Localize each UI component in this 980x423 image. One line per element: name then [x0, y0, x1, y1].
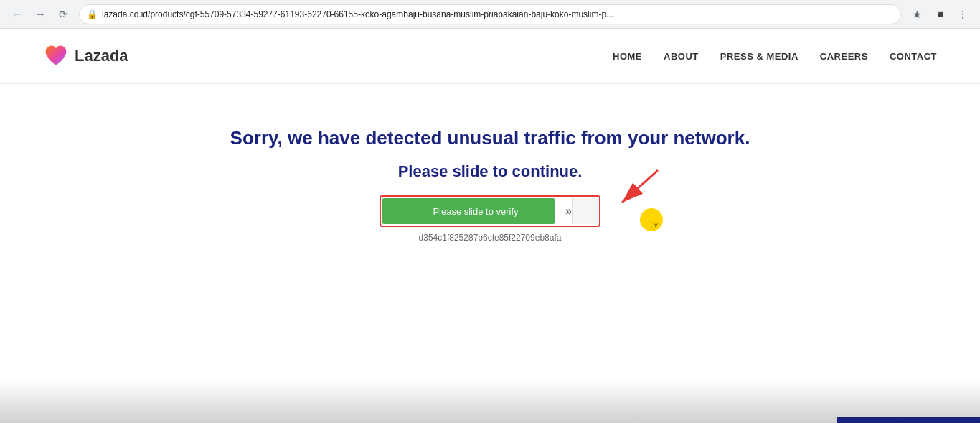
slider-handle[interactable]: [572, 198, 598, 224]
cursor-circle-area: ☞: [640, 208, 669, 237]
back-button[interactable]: ←: [7, 4, 27, 24]
address-bar[interactable]: 🔒 lazada.co.id/products/cgf-55709-57334-…: [79, 4, 901, 24]
nav-press-media[interactable]: PRESS & MEDIA: [720, 51, 798, 62]
url-text: lazada.co.id/products/cgf-55709-57334-59…: [102, 9, 613, 19]
browser-chrome: ← → ⟳ 🔒 lazada.co.id/products/cgf-55709-…: [0, 0, 980, 29]
slide-prompt: Please slide to continue.: [398, 162, 583, 181]
site-header: Lazada HOME ABOUT PRESS & MEDIA CAREERS …: [0, 29, 980, 84]
nav-contact[interactable]: CONTACT: [890, 51, 937, 62]
page-content: Lazada HOME ABOUT PRESS & MEDIA CAREERS …: [0, 29, 980, 423]
bottom-gradient: [0, 380, 980, 423]
logo-area: Lazada: [43, 43, 128, 69]
lazada-logo-icon: [43, 43, 69, 69]
main-content: Sorry, we have detected unusual traffic …: [0, 84, 980, 243]
lock-icon: 🔒: [87, 9, 98, 19]
browser-actions: ★ ◾ ⋮: [907, 4, 973, 24]
more-button[interactable]: ⋮: [953, 4, 973, 24]
slider-fill: [382, 198, 555, 224]
nav-buttons: ← → ⟳: [7, 4, 73, 24]
slider-track[interactable]: Please slide to verify »: [382, 198, 598, 224]
site-nav: HOME ABOUT PRESS & MEDIA CAREERS CONTACT: [613, 51, 937, 62]
sorry-message: Sorry, we have detected unusual traffic …: [230, 127, 750, 149]
bookmark-star-button[interactable]: ★: [907, 4, 927, 24]
slider-arrows-icon: »: [565, 205, 572, 218]
bottom-scrollbar[interactable]: [837, 417, 980, 423]
hash-text: d354c1f825287b6cfe85f22709eb8afa: [419, 233, 562, 243]
nav-careers[interactable]: CAREERS: [820, 51, 868, 62]
reload-button[interactable]: ⟳: [53, 4, 73, 24]
extensions-button[interactable]: ◾: [930, 4, 950, 24]
slider-outer-border: Please slide to verify »: [380, 195, 600, 227]
svg-line-1: [622, 170, 658, 203]
slider-wrapper: Please slide to verify »: [380, 195, 600, 227]
logo-text: Lazada: [75, 47, 128, 65]
nav-home[interactable]: HOME: [613, 51, 642, 62]
forward-button[interactable]: →: [30, 4, 50, 24]
nav-about[interactable]: ABOUT: [664, 51, 699, 62]
cursor-icon: ☞: [650, 218, 660, 232]
